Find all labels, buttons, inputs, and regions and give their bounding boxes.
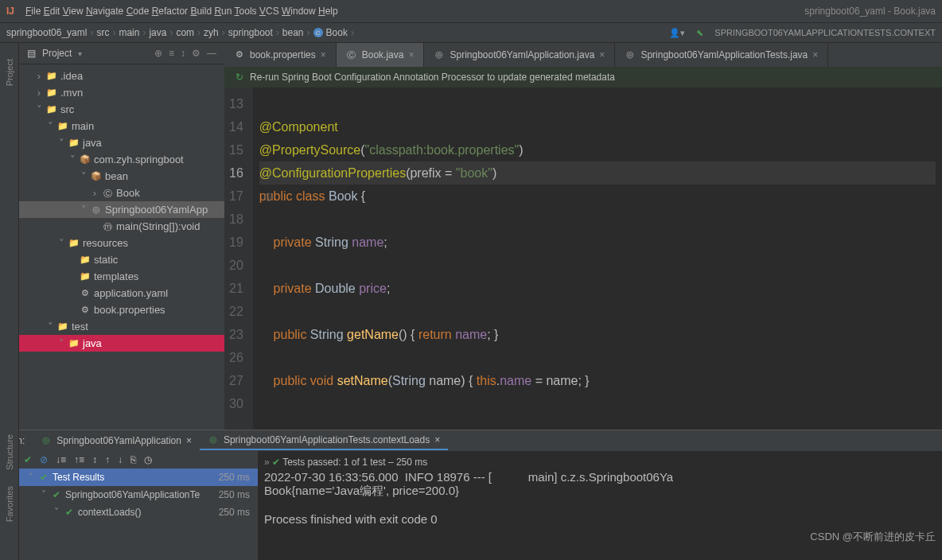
menu-refactor[interactable]: Refactor	[152, 6, 188, 17]
expand-icon[interactable]: ↕	[92, 454, 97, 465]
close-icon[interactable]: ×	[599, 49, 605, 60]
menu-bar: IJ File Edit View Navigate Code Refactor…	[0, 0, 942, 22]
editor-tab[interactable]: ◎ Springboot06YamlApplication.java ×	[424, 43, 615, 67]
run-tool-window: Run: ◎ Springboot06YamlApplication × ◎ S…	[0, 430, 942, 560]
menu-edit[interactable]: Edit	[44, 6, 60, 17]
tree-item[interactable]: › 📁 .idea	[19, 68, 224, 84]
prev-icon[interactable]: ↓	[118, 454, 123, 465]
export-icon[interactable]: ⎘	[130, 454, 136, 465]
strip-favorites[interactable]: Favorites	[5, 486, 14, 522]
menu-view[interactable]: View	[63, 6, 84, 17]
sort2-icon[interactable]: ↑≡	[74, 454, 84, 465]
tree-item[interactable]: 📁 templates	[19, 268, 224, 285]
breadcrumb[interactable]: springboot06_yaml › src › main › java › …	[6, 27, 354, 38]
tree-item[interactable]: ˅ 📁 main	[19, 118, 224, 134]
menu-navigate[interactable]: Navigate	[86, 6, 123, 17]
crumb[interactable]: java	[149, 27, 166, 38]
tree-item[interactable]: ⓜ main(String[]):void	[19, 218, 224, 235]
menu-code[interactable]: Code	[127, 6, 150, 17]
expand-icon[interactable]: ↕	[181, 48, 185, 59]
tree-item[interactable]: 📁 static	[19, 251, 224, 268]
editor-gutter: 1314151617181920212223262730◎	[224, 88, 253, 430]
menu-tools[interactable]: Tools	[235, 6, 257, 17]
test-result-row[interactable]: ˅✔Test Results250 ms	[19, 469, 258, 486]
crumb[interactable]: springboot	[228, 27, 273, 38]
crumb[interactable]: springboot06_yaml	[6, 27, 87, 38]
close-icon[interactable]: ×	[408, 49, 414, 60]
close-icon[interactable]: ×	[434, 434, 440, 445]
file-icon: ⚙	[234, 49, 245, 60]
crumb[interactable]: com	[176, 27, 194, 38]
tree-item[interactable]: ˅ ◎ Springboot06YamlApp	[19, 201, 224, 218]
crumb[interactable]: src	[96, 27, 109, 38]
run-tab[interactable]: ◎ Springboot06YamlApplicationTests.conte…	[200, 431, 448, 450]
file-icon: ◎	[625, 49, 636, 60]
close-icon[interactable]: ×	[186, 435, 192, 446]
menu-file[interactable]: File	[25, 6, 41, 17]
collapse-icon[interactable]: ≡	[169, 48, 174, 59]
notification-banner[interactable]: ↻ Re-run Spring Boot Configuration Annot…	[224, 67, 942, 88]
project-tree[interactable]: › 📁 .idea › 📁 .mvn ˅ 📁 src ˅ 📁 main ˅ 📁 …	[19, 64, 224, 430]
strip-project[interactable]: Project	[5, 59, 14, 86]
app-icon: IJ	[6, 6, 14, 17]
clock-icon[interactable]: ◷	[144, 454, 152, 465]
target-icon[interactable]: ⊕	[154, 48, 162, 59]
build-icon[interactable]: ⬉	[696, 28, 703, 38]
tree-item[interactable]: ˅ 📁 java	[19, 335, 224, 352]
run-tab[interactable]: ◎ Springboot06YamlApplication ×	[33, 432, 200, 449]
menu-help[interactable]: Help	[318, 6, 338, 17]
collapse-icon[interactable]: ↑	[105, 454, 110, 465]
tree-item[interactable]: ˅ 📁 test	[19, 318, 224, 335]
editor-tabs: ⚙ book.properties × Ⓒ Book.java × ◎ Spri…	[224, 43, 942, 67]
strip-structure[interactable]: Structure	[5, 434, 14, 470]
project-tool-window: ▤ Project ▾ ⊕ ≡ ↕ ⚙ — › 📁 .idea › 📁 .mvn…	[19, 43, 224, 430]
menu-window[interactable]: Window	[282, 6, 316, 17]
window-title: springboot06_yaml - Book.java	[804, 6, 936, 17]
editor-tab[interactable]: ◎ Springboot06YamlApplicationTests.java …	[615, 43, 828, 67]
tree-item[interactable]: ˅ 📦 com.zyh.springboot	[19, 151, 224, 168]
run-config[interactable]: SPRINGBOOT06YAMLAPPLICATIONTESTS.CONTEXT	[714, 28, 936, 37]
run-config-icon: ◎	[208, 434, 219, 445]
refresh-icon: ↻	[236, 72, 243, 83]
tool-strip-left: Project	[0, 43, 19, 430]
crumb[interactable]: Book	[326, 27, 348, 38]
check-icon[interactable]: ✔	[24, 454, 32, 465]
toggle-icon[interactable]: ⊘	[40, 454, 48, 465]
tree-item[interactable]: ˅ 📁 resources	[19, 235, 224, 251]
tree-item[interactable]: ⚙ book.properties	[19, 301, 224, 318]
run-config-icon: ◎	[41, 435, 52, 446]
tree-item[interactable]: › Ⓒ Book	[19, 185, 224, 201]
close-icon[interactable]: ×	[321, 49, 326, 60]
watermark: CSDN @不断前进的皮卡丘	[810, 530, 936, 544]
hide-icon[interactable]: —	[207, 48, 216, 59]
tree-item[interactable]: ˅ 📁 src	[19, 101, 224, 118]
close-icon[interactable]: ×	[812, 49, 818, 60]
code-editor[interactable]: 1314151617181920212223262730◎ @Component…	[224, 88, 942, 430]
nav-bar: springboot06_yaml › src › main › java › …	[0, 22, 942, 43]
file-icon: Ⓒ	[346, 49, 357, 60]
test-result-row[interactable]: ˅✔Springboot06YamlApplicationTe250 ms	[19, 486, 258, 504]
menu-run[interactable]: Run	[214, 6, 232, 17]
editor-tab[interactable]: Ⓒ Book.java ×	[337, 43, 425, 67]
tree-item[interactable]: ˅ 📦 bean	[19, 168, 224, 185]
test-result-row[interactable]: ˅✔contextLoads()250 ms	[19, 504, 258, 521]
crumb[interactable]: zyh	[204, 27, 219, 38]
tree-item[interactable]: › 📁 .mvn	[19, 84, 224, 101]
editor-tab[interactable]: ⚙ book.properties ×	[224, 43, 337, 67]
menu-build[interactable]: Build	[190, 6, 212, 17]
tree-item[interactable]: ⚙ application.yaml	[19, 285, 224, 301]
crumb[interactable]: main	[119, 27, 139, 38]
crumb[interactable]: bean	[282, 27, 304, 38]
project-title[interactable]: Project	[42, 48, 72, 59]
file-icon: ◎	[434, 49, 445, 60]
project-view-icon: ▤	[27, 48, 36, 59]
sort-icon[interactable]: ↓≡	[56, 454, 66, 465]
tree-item[interactable]: ˅ 📁 java	[19, 134, 224, 151]
menu-vcs[interactable]: VCS	[259, 6, 279, 17]
settings-icon[interactable]: ⚙	[192, 48, 200, 59]
user-icon[interactable]: 👤▾	[669, 28, 685, 38]
